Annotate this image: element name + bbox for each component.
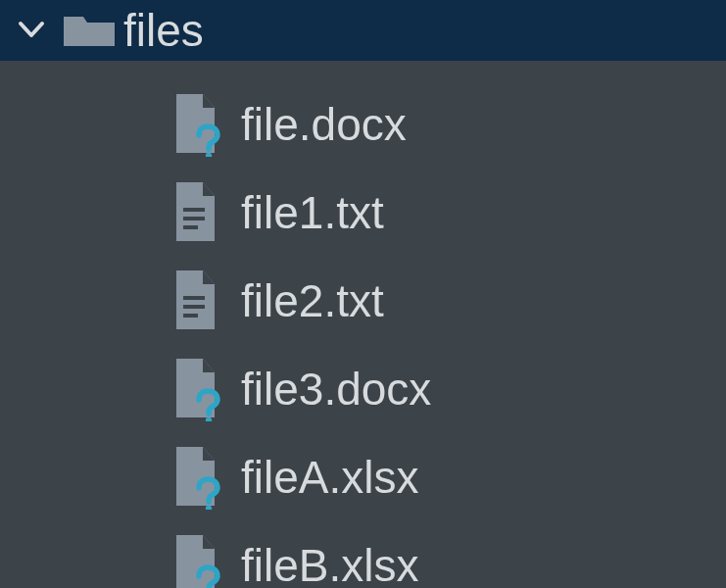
file-row[interactable]: file.docx xyxy=(0,80,726,169)
folder-label: files xyxy=(123,8,204,53)
file-unknown-icon xyxy=(167,443,223,512)
file-row[interactable]: fileB.xlsx xyxy=(0,521,726,588)
folder-children: file.docx file1.txt file2.txt file3.docx xyxy=(0,61,726,588)
file-label: file1.txt xyxy=(241,190,384,235)
file-row[interactable]: file1.txt xyxy=(0,169,726,257)
file-label: file.docx xyxy=(241,102,407,147)
folder-row[interactable]: files xyxy=(0,0,726,61)
file-label: fileA.xlsx xyxy=(241,455,418,500)
file-tree: files file.docx file1.txt file2.txt fi xyxy=(0,0,726,588)
file-label: fileB.xlsx xyxy=(241,543,418,588)
file-label: file3.docx xyxy=(241,367,431,412)
file-unknown-icon xyxy=(167,355,223,423)
file-text-icon xyxy=(167,267,223,335)
file-row[interactable]: file2.txt xyxy=(0,257,726,345)
file-unknown-icon xyxy=(167,531,223,588)
file-row[interactable]: file3.docx xyxy=(0,345,726,433)
chevron-down-icon xyxy=(8,7,55,54)
folder-icon xyxy=(61,7,118,54)
file-text-icon xyxy=(167,178,223,247)
file-label: file2.txt xyxy=(241,278,384,323)
file-unknown-icon xyxy=(167,90,223,159)
file-row[interactable]: fileA.xlsx xyxy=(0,433,726,521)
